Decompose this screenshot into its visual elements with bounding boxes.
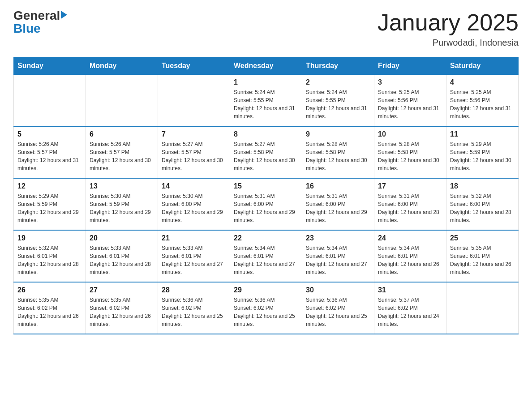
calendar-cell: 3Sunrise: 5:25 AMSunset: 5:56 PMDaylight… xyxy=(374,75,446,127)
day-number: 5 xyxy=(17,130,82,138)
day-number: 23 xyxy=(306,234,370,242)
calendar-cell: 26Sunrise: 5:35 AMSunset: 6:02 PMDayligh… xyxy=(14,282,86,334)
calendar-cell: 17Sunrise: 5:31 AMSunset: 6:00 PMDayligh… xyxy=(374,178,446,230)
logo-arrow xyxy=(61,11,67,19)
day-number: 4 xyxy=(450,78,515,86)
day-info: Sunrise: 5:28 AMSunset: 5:58 PMDaylight:… xyxy=(306,140,370,172)
calendar-cell: 20Sunrise: 5:33 AMSunset: 6:01 PMDayligh… xyxy=(86,230,158,282)
day-info: Sunrise: 5:25 AMSunset: 5:56 PMDaylight:… xyxy=(450,88,515,120)
day-number: 31 xyxy=(378,286,442,294)
day-number: 3 xyxy=(378,78,442,86)
header-sunday: Sunday xyxy=(14,57,86,75)
header-saturday: Saturday xyxy=(446,57,519,75)
day-info: Sunrise: 5:31 AMSunset: 6:00 PMDaylight:… xyxy=(234,192,298,224)
day-info: Sunrise: 5:28 AMSunset: 5:58 PMDaylight:… xyxy=(378,140,442,172)
calendar-cell: 2Sunrise: 5:24 AMSunset: 5:55 PMDaylight… xyxy=(302,75,374,127)
header-row: Sunday Monday Tuesday Wednesday Thursday… xyxy=(14,57,519,75)
calendar-cell xyxy=(14,75,86,127)
day-number: 7 xyxy=(162,130,226,138)
calendar-cell: 6Sunrise: 5:26 AMSunset: 5:57 PMDaylight… xyxy=(86,126,158,178)
day-number: 27 xyxy=(90,286,154,294)
title-block: January 2025 Purwodadi, Indonesia xyxy=(378,9,519,48)
day-info: Sunrise: 5:36 AMSunset: 6:02 PMDaylight:… xyxy=(162,296,226,328)
day-info: Sunrise: 5:36 AMSunset: 6:02 PMDaylight:… xyxy=(306,296,370,328)
calendar-cell: 14Sunrise: 5:30 AMSunset: 6:00 PMDayligh… xyxy=(158,178,230,230)
day-info: Sunrise: 5:29 AMSunset: 5:59 PMDaylight:… xyxy=(17,192,82,224)
day-info: Sunrise: 5:34 AMSunset: 6:01 PMDaylight:… xyxy=(234,244,298,276)
calendar-week-5: 26Sunrise: 5:35 AMSunset: 6:02 PMDayligh… xyxy=(14,282,519,334)
day-number: 1 xyxy=(234,78,298,86)
calendar-cell: 30Sunrise: 5:36 AMSunset: 6:02 PMDayligh… xyxy=(302,282,374,334)
day-number: 15 xyxy=(234,182,298,190)
day-info: Sunrise: 5:31 AMSunset: 6:00 PMDaylight:… xyxy=(306,192,370,224)
calendar-cell: 27Sunrise: 5:35 AMSunset: 6:02 PMDayligh… xyxy=(86,282,158,334)
header-monday: Monday xyxy=(86,57,158,75)
day-info: Sunrise: 5:37 AMSunset: 6:02 PMDaylight:… xyxy=(378,296,442,328)
day-info: Sunrise: 5:32 AMSunset: 6:01 PMDaylight:… xyxy=(17,244,82,276)
calendar-cell: 25Sunrise: 5:35 AMSunset: 6:01 PMDayligh… xyxy=(446,230,519,282)
day-number: 11 xyxy=(450,130,515,138)
calendar-cell: 7Sunrise: 5:27 AMSunset: 5:57 PMDaylight… xyxy=(158,126,230,178)
day-info: Sunrise: 5:32 AMSunset: 6:00 PMDaylight:… xyxy=(450,192,515,224)
day-number: 22 xyxy=(234,234,298,242)
calendar-cell: 5Sunrise: 5:26 AMSunset: 5:57 PMDaylight… xyxy=(14,126,86,178)
calendar-week-2: 5Sunrise: 5:26 AMSunset: 5:57 PMDaylight… xyxy=(14,126,519,178)
calendar-cell: 12Sunrise: 5:29 AMSunset: 5:59 PMDayligh… xyxy=(14,178,86,230)
day-info: Sunrise: 5:34 AMSunset: 6:01 PMDaylight:… xyxy=(378,244,442,276)
day-number: 21 xyxy=(162,234,226,242)
day-info: Sunrise: 5:30 AMSunset: 6:00 PMDaylight:… xyxy=(162,192,226,224)
day-info: Sunrise: 5:34 AMSunset: 6:01 PMDaylight:… xyxy=(306,244,370,276)
day-info: Sunrise: 5:24 AMSunset: 5:55 PMDaylight:… xyxy=(306,88,370,120)
day-number: 20 xyxy=(90,234,154,242)
calendar-cell: 4Sunrise: 5:25 AMSunset: 5:56 PMDaylight… xyxy=(446,75,519,127)
calendar-cell xyxy=(446,282,519,334)
calendar-cell: 15Sunrise: 5:31 AMSunset: 6:00 PMDayligh… xyxy=(230,178,302,230)
calendar-cell: 13Sunrise: 5:30 AMSunset: 5:59 PMDayligh… xyxy=(86,178,158,230)
calendar-title: January 2025 xyxy=(378,9,519,36)
header-wednesday: Wednesday xyxy=(230,57,302,75)
calendar-cell: 11Sunrise: 5:29 AMSunset: 5:59 PMDayligh… xyxy=(446,126,519,178)
day-info: Sunrise: 5:36 AMSunset: 6:02 PMDaylight:… xyxy=(234,296,298,328)
day-info: Sunrise: 5:31 AMSunset: 6:00 PMDaylight:… xyxy=(378,192,442,224)
calendar-cell: 24Sunrise: 5:34 AMSunset: 6:01 PMDayligh… xyxy=(374,230,446,282)
day-info: Sunrise: 5:33 AMSunset: 6:01 PMDaylight:… xyxy=(90,244,154,276)
page-header: General Blue January 2025 Purwodadi, Ind… xyxy=(13,9,519,48)
day-info: Sunrise: 5:26 AMSunset: 5:57 PMDaylight:… xyxy=(90,140,154,172)
calendar-cell: 23Sunrise: 5:34 AMSunset: 6:01 PMDayligh… xyxy=(302,230,374,282)
day-number: 18 xyxy=(450,182,515,190)
day-number: 30 xyxy=(306,286,370,294)
day-info: Sunrise: 5:35 AMSunset: 6:02 PMDaylight:… xyxy=(90,296,154,328)
day-info: Sunrise: 5:29 AMSunset: 5:59 PMDaylight:… xyxy=(450,140,515,172)
calendar-cell: 8Sunrise: 5:27 AMSunset: 5:58 PMDaylight… xyxy=(230,126,302,178)
calendar-subtitle: Purwodadi, Indonesia xyxy=(378,38,519,48)
day-number: 26 xyxy=(17,286,82,294)
calendar-cell: 21Sunrise: 5:33 AMSunset: 6:01 PMDayligh… xyxy=(158,230,230,282)
day-number: 6 xyxy=(90,130,154,138)
calendar-cell: 9Sunrise: 5:28 AMSunset: 5:58 PMDaylight… xyxy=(302,126,374,178)
logo: General Blue xyxy=(13,9,67,36)
logo-text-main: General xyxy=(13,9,60,23)
header-tuesday: Tuesday xyxy=(158,57,230,75)
day-info: Sunrise: 5:25 AMSunset: 5:56 PMDaylight:… xyxy=(378,88,442,120)
calendar-cell: 1Sunrise: 5:24 AMSunset: 5:55 PMDaylight… xyxy=(230,75,302,127)
day-number: 14 xyxy=(162,182,226,190)
calendar-week-4: 19Sunrise: 5:32 AMSunset: 6:01 PMDayligh… xyxy=(14,230,519,282)
calendar-header: Sunday Monday Tuesday Wednesday Thursday… xyxy=(14,57,519,75)
calendar-cell: 19Sunrise: 5:32 AMSunset: 6:01 PMDayligh… xyxy=(14,230,86,282)
day-number: 28 xyxy=(162,286,226,294)
day-info: Sunrise: 5:24 AMSunset: 5:55 PMDaylight:… xyxy=(234,88,298,120)
header-friday: Friday xyxy=(374,57,446,75)
calendar-cell xyxy=(158,75,230,127)
calendar-cell: 22Sunrise: 5:34 AMSunset: 6:01 PMDayligh… xyxy=(230,230,302,282)
day-number: 25 xyxy=(450,234,515,242)
day-number: 9 xyxy=(306,130,370,138)
day-info: Sunrise: 5:30 AMSunset: 5:59 PMDaylight:… xyxy=(90,192,154,224)
day-info: Sunrise: 5:26 AMSunset: 5:57 PMDaylight:… xyxy=(17,140,82,172)
calendar-body: 1Sunrise: 5:24 AMSunset: 5:55 PMDaylight… xyxy=(14,75,519,334)
calendar-cell: 28Sunrise: 5:36 AMSunset: 6:02 PMDayligh… xyxy=(158,282,230,334)
logo-text-accent: Blue xyxy=(13,21,41,35)
day-info: Sunrise: 5:27 AMSunset: 5:57 PMDaylight:… xyxy=(162,140,226,172)
calendar-cell: 18Sunrise: 5:32 AMSunset: 6:00 PMDayligh… xyxy=(446,178,519,230)
day-number: 8 xyxy=(234,130,298,138)
day-info: Sunrise: 5:33 AMSunset: 6:01 PMDaylight:… xyxy=(162,244,226,276)
